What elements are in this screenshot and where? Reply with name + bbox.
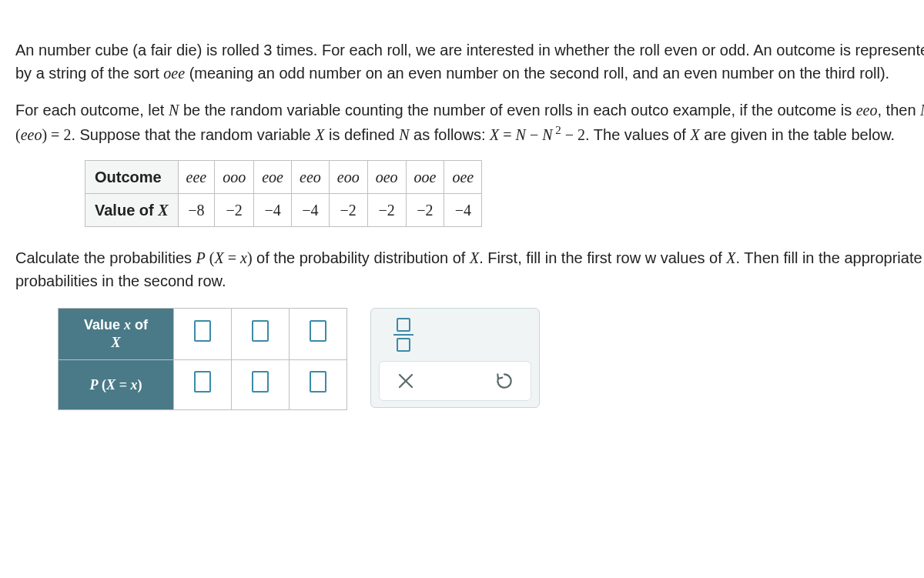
- outcome-table: Outcome eee ooo eoe eeo eoo oeo ooe oee …: [85, 160, 482, 227]
- clear-button[interactable]: [390, 368, 421, 394]
- text: (meaning an odd number on an even number…: [185, 65, 889, 82]
- input-box-icon: [310, 371, 326, 393]
- text: of the probability distribution of: [253, 249, 470, 266]
- answer-cell[interactable]: [174, 308, 232, 360]
- fraction-denominator-icon: [397, 338, 410, 352]
- paragraph-3: Calculate the probabilities P (X = x) of…: [15, 246, 924, 292]
- table-row: P (X = x): [59, 360, 347, 410]
- answer-area: Value x of X P (X = x): [58, 308, 924, 411]
- var-n: N: [399, 126, 409, 143]
- text: . The values of: [585, 126, 690, 143]
- undo-icon: [494, 371, 514, 391]
- row-header-pxx: P (X = x): [59, 360, 174, 410]
- outcome-cell: eeo: [292, 160, 330, 193]
- text: Value: [84, 317, 124, 332]
- var-x: X: [315, 126, 324, 143]
- var-x-lower: x: [124, 317, 131, 332]
- paragraph-1: An number cube (a fair die) is rolled 3 …: [15, 38, 924, 85]
- input-box-icon: [194, 371, 211, 393]
- row-header-valuex: Value x of X: [59, 308, 174, 360]
- outcome-token: eeo: [856, 102, 878, 119]
- value-cell: −2: [215, 193, 254, 226]
- answer-cell[interactable]: [290, 308, 347, 360]
- outcome-cell: ooo: [215, 160, 254, 193]
- table-row: Value x of X: [59, 308, 347, 360]
- answer-cell[interactable]: [174, 360, 232, 410]
- fraction-bar-icon: [393, 334, 413, 336]
- tool-row: [379, 361, 531, 401]
- var-x: X: [470, 249, 479, 266]
- var-x: X: [690, 126, 699, 143]
- table-row: Outcome eee ooo eoe eeo eoo oeo ooe oee: [85, 160, 482, 193]
- outcome-cell: oee: [444, 160, 482, 193]
- input-box-icon: [252, 371, 269, 393]
- text: Calculate the probabilities: [15, 249, 196, 266]
- paragraph-2: For each outcome, let N be the random va…: [15, 99, 924, 146]
- text: , then: [878, 102, 921, 119]
- answer-cell[interactable]: [232, 360, 290, 410]
- var-x: X: [726, 249, 735, 266]
- math-pxx: P (X = x): [196, 249, 253, 266]
- value-cell: −4: [254, 193, 292, 226]
- input-box-icon: [252, 320, 269, 342]
- fraction-button[interactable]: [388, 318, 419, 352]
- text: are given in the table below.: [700, 126, 896, 143]
- question-body: An number cube (a fair die) is rolled 3 …: [15, 38, 924, 410]
- math-toolbox: [370, 308, 540, 408]
- value-cell: −2: [367, 193, 406, 226]
- fraction-numerator-icon: [397, 318, 410, 332]
- value-cell: −4: [292, 193, 330, 226]
- text: be the random variable counting the numb…: [179, 102, 855, 119]
- outcome-cell: eoo: [329, 160, 367, 193]
- outcome-cell: oeo: [367, 160, 406, 193]
- math-formula: X = N − N 2 − 2: [490, 126, 585, 143]
- value-cell: −8: [178, 193, 215, 226]
- input-box-icon: [310, 320, 326, 342]
- answer-cell[interactable]: [232, 308, 290, 360]
- var-x: X: [111, 335, 120, 350]
- text: . Suppose that the random variable: [71, 126, 315, 143]
- answer-cell[interactable]: [290, 360, 347, 410]
- close-icon: [397, 372, 415, 390]
- value-cell: −2: [329, 193, 367, 226]
- value-cell: −2: [406, 193, 444, 226]
- value-cell: −4: [444, 193, 482, 226]
- answer-table: Value x of X P (X = x): [58, 308, 347, 411]
- reset-button[interactable]: [489, 368, 520, 394]
- input-box-icon: [194, 320, 211, 342]
- outcome-cell: eee: [178, 160, 215, 193]
- var-n: N: [169, 102, 179, 119]
- row-header-outcome: Outcome: [85, 160, 179, 193]
- outcome-cell: ooe: [406, 160, 444, 193]
- outcome-cell: eoe: [254, 160, 292, 193]
- text: of: [131, 317, 148, 332]
- text: is defined: [324, 126, 399, 143]
- outcome-token: oee: [163, 65, 185, 82]
- text: . First, fill in the first row w values …: [479, 249, 726, 266]
- row-header-value: Value of XValue of X: [85, 193, 179, 226]
- text: as follows:: [410, 126, 490, 143]
- table-row: Value of XValue of X −8 −2 −4 −4 −2 −2 −…: [85, 193, 482, 226]
- text: For each outcome, let: [15, 102, 169, 119]
